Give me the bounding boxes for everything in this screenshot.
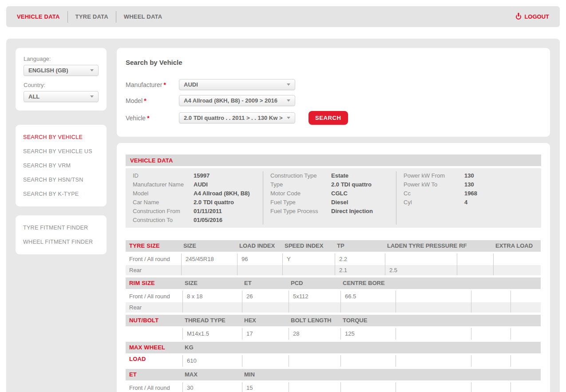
model-select[interactable]: A4 Allroad (8KH, B8) - 2009 > 2016 [179, 95, 295, 106]
manufacturer-row: Manufacturer* AUDI [126, 79, 541, 90]
country-label: Country: [24, 82, 99, 88]
vehicle-label-text: Vehicle [126, 115, 146, 122]
table-cell [471, 382, 511, 392]
sidebar-item-tyre-fitment-finder[interactable]: TYRE FITMENT FINDER [16, 221, 107, 235]
results-panel: VEHICLE DATA ID15997Manufacturer NameAUD… [117, 143, 550, 392]
nut-bolt-title: NUT/BOLT [126, 315, 182, 326]
column-header: MAX [182, 369, 242, 380]
column-header [471, 277, 511, 289]
vehicle-select[interactable]: 2.0 TDI quattro . . 2011 > . . 130 Kw > [179, 112, 295, 123]
table-cell [511, 382, 541, 392]
language-select[interactable]: ENGLISH (GB) [24, 65, 99, 76]
info-value: 15997 [194, 171, 210, 180]
nav-items: VEHICLE DATA TYRE DATA WHEEL DATA [17, 11, 516, 23]
tyre-size-title: TYRE SIZE [126, 240, 181, 252]
nav-divider [67, 11, 68, 23]
sidebar-item-search-by-vehicle-us[interactable]: SEARCH BY VEHICLE US [16, 144, 107, 158]
nav-vehicle-data[interactable]: VEHICLE DATA [17, 13, 60, 20]
table-row: 610 [126, 355, 541, 367]
vehicle-info-column-2: Construction TypeEstateType2.0 TDI quatt… [263, 171, 396, 225]
sidebar-item-search-by-vehicle[interactable]: SEARCH BY VEHICLE [16, 130, 107, 144]
required-marker: * [147, 115, 149, 122]
column-header [396, 315, 471, 326]
row-label: Front / All round [126, 291, 182, 302]
table-row: Front / All round245/45R1896Y2.2 [126, 253, 541, 265]
info-label: Fuel Type Process [270, 207, 331, 216]
table-cell: 96 [237, 253, 282, 265]
table-cell: 30 [182, 382, 242, 392]
column-header: THREAD TYPE [182, 315, 242, 326]
row-label: Rear [126, 302, 182, 313]
table-cell: 8 x 18 [182, 291, 242, 302]
column-header: CENTRE BORE [340, 277, 396, 289]
column-header: MIN [242, 369, 289, 380]
tyre-size-table: TYRE SIZESIZELOAD INDEXSPEED INDEXTPLADE… [126, 240, 541, 275]
table-cell [237, 265, 282, 275]
column-header: SIZE [181, 240, 237, 252]
table-row: M14x1.51728125 [126, 328, 541, 340]
required-marker: * [163, 81, 166, 88]
model-label: Model* [126, 97, 179, 104]
power-icon-bar [518, 13, 519, 16]
country-value: ALL [28, 93, 40, 100]
info-label: Cc [404, 189, 464, 198]
column-header [396, 277, 471, 289]
info-row: Construction From01/11/2011 [133, 207, 263, 216]
sidebar-item-search-by-hsn-tsn[interactable]: SEARCH BY HSN/TSN [16, 173, 107, 187]
table-cell [340, 302, 396, 313]
info-row: Motor CodeCGLC [270, 189, 396, 198]
table-row: Rear2.12.5 [126, 265, 541, 275]
rim-size-header-row: RIM SIZESIZEETPCDCENTRE BORE [126, 277, 541, 289]
info-row: Power kW From130 [404, 171, 541, 180]
table-cell [282, 265, 335, 275]
table-cell [242, 355, 289, 367]
column-header: SPEED INDEX [282, 240, 335, 252]
logout-button[interactable]: LOGOUT [516, 13, 549, 20]
table-cell [471, 355, 511, 367]
table-cell [511, 328, 541, 340]
column-header: EXTRA LOAD [493, 240, 541, 252]
chevron-down-icon [287, 117, 290, 119]
table-cell [242, 302, 289, 313]
column-header [471, 315, 511, 326]
table-cell [396, 302, 471, 313]
row-label [126, 355, 182, 367]
model-label-text: Model [126, 97, 142, 104]
info-value: Estate [331, 171, 348, 180]
table-cell [471, 291, 511, 302]
info-value: 130 [464, 180, 474, 189]
content-container: Language: ENGLISH (GB) Country: ALL SEAR… [6, 39, 560, 392]
sidebar-item-wheel-fitment-finder[interactable]: WHEEL FITMENT FINDER [16, 235, 107, 249]
column-header: SIZE [182, 277, 242, 289]
info-label: Construction Type [270, 171, 331, 180]
nav-wheel-data[interactable]: WHEEL DATA [124, 13, 162, 20]
search-button[interactable]: SEARCH [309, 111, 348, 125]
info-row: Car Name2.0 TDI quattro [133, 198, 263, 207]
top-nav: VEHICLE DATA TYRE DATA WHEEL DATA LOGOUT [6, 6, 560, 27]
info-value: 2.0 TDI quattro [331, 180, 372, 189]
table-cell: 15 [242, 382, 289, 392]
info-label: Manufacturer Name [133, 180, 194, 189]
chevron-down-icon [287, 99, 290, 102]
table-cell [385, 253, 457, 265]
table-cell [396, 355, 471, 367]
row-label: Front / All round [126, 382, 182, 392]
table-cell: 2.5 [385, 265, 457, 275]
country-select[interactable]: ALL [24, 91, 99, 102]
table-cell [396, 328, 471, 340]
table-cell: 245/45R18 [181, 253, 237, 265]
info-row: ID15997 [133, 171, 263, 180]
table-cell: 28 [289, 328, 340, 340]
nav-tyre-data[interactable]: TYRE DATA [75, 13, 108, 20]
table-cell [340, 355, 396, 367]
model-value: A4 Allroad (8KH, B8) - 2009 > 2016 [184, 97, 277, 104]
manufacturer-select[interactable]: AUDI [179, 79, 295, 90]
table-row: Front / All round8 x 18265x11266.5 [126, 291, 541, 302]
sidebar-item-search-by-vrm[interactable]: SEARCH BY VRM [16, 158, 107, 173]
chevron-down-icon [90, 95, 94, 98]
sidebar-item-search-by-k-type[interactable]: SEARCH BY K-TYPE [16, 187, 107, 201]
info-row: Power kW To130 [404, 180, 541, 189]
table-cell: 26 [242, 291, 289, 302]
info-label: Construction From [133, 207, 194, 216]
column-header: RF [457, 240, 493, 252]
